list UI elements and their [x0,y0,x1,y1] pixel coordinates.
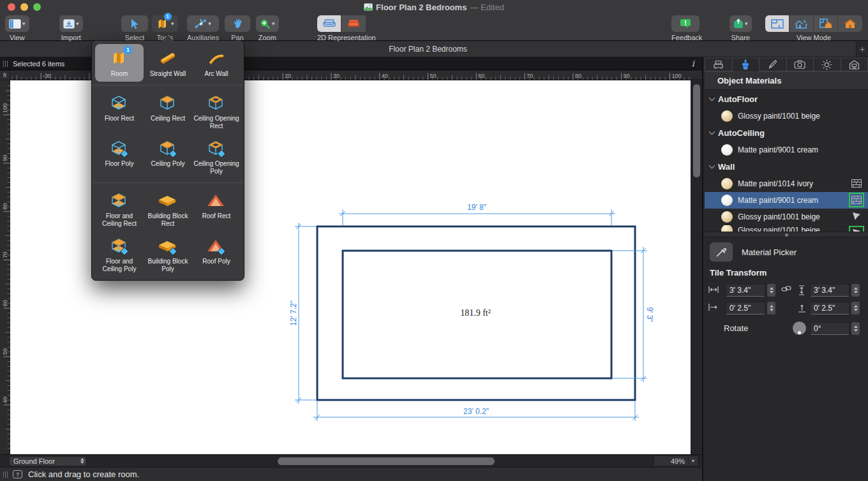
2d-plan-representation-button[interactable] [317,15,341,32]
material-row[interactable]: Matte paint/9001 cream [705,192,868,209]
corner-icon[interactable] [850,227,863,232]
roof-poly-icon [206,235,227,256]
material-group-autofloor[interactable]: AutoFloor [705,91,868,108]
feedback-button[interactable] [671,15,700,32]
group-label: AutoFloor [718,94,758,104]
tool-floor-ceiling-rect[interactable]: Floor and Ceiling Rect [95,186,144,232]
furniture-icon [713,60,724,70]
tile-width-icon [708,285,719,294]
offset-y-field[interactable]: 0' 2.5" [810,302,849,314]
material-label: Glossy paint/1001 beige [738,212,820,221]
auxiliaries-icon [195,18,207,29]
auxiliaries-button[interactable]: ▾ [187,15,219,32]
tool-roof-rect[interactable]: Roof Rect [192,186,241,232]
tab-furniture[interactable] [705,57,733,71]
svg-text:60: 60 [2,300,8,306]
material-group-wall[interactable]: Wall [705,158,868,175]
offset-x-field[interactable]: 0' 2.5" [726,302,765,314]
tool-label: Floor Poly [105,160,133,168]
tool-room[interactable]: 1Room [95,44,144,82]
view-button[interactable]: ▾ [5,15,29,32]
drag-handle-icon[interactable] [3,471,8,478]
material-row[interactable]: Glossy paint/1001 beige [705,209,868,225]
zoom-button[interactable]: ▾ [256,15,279,32]
brick-icon[interactable] [850,177,863,189]
material-label: Glossy paint/1001 beige [738,226,820,232]
corner-icon[interactable] [850,211,863,223]
pan-button[interactable] [225,15,250,32]
vertical-scrollbar[interactable] [691,80,702,454]
horizontal-scrollbar-thumb[interactable] [278,457,495,465]
rotate-knob[interactable] [793,322,806,335]
chevron-down-icon: ▾ [745,21,748,27]
tool-floor-poly[interactable]: Floor Poly [95,134,144,179]
status-bar: ? Click and drag to create room. [0,467,702,481]
window-header: Floor Plan 2 Bedrooms — Edited ▾ View ▾ … [0,0,868,41]
view-mode-3d-button[interactable] [838,15,862,32]
material-picker-button[interactable] [710,242,733,262]
house-icon [849,60,860,70]
tab-building[interactable] [841,57,868,71]
group-label: Wall [718,162,735,172]
tool-ceiling-opening-rect[interactable]: Ceiling Opening Rect [192,89,241,134]
tile-height-icon [798,285,805,295]
vertical-scrollbar-thumb[interactable] [693,84,700,177]
zoom-level-control[interactable]: 49% ▾ [654,455,698,466]
floor-selector-value: Ground Floor [13,457,55,465]
tool-ceiling-opening-poly[interactable]: Ceiling Opening Poly [192,134,241,179]
offset-x-stepper[interactable] [767,302,775,314]
tool-label: Ceiling Poly [151,160,185,168]
tool-building-block-rect[interactable]: Building Block Rect [144,186,192,232]
offset-y-stepper[interactable] [851,302,860,314]
tool-ceiling-poly[interactable]: Ceiling Poly [144,134,192,179]
tile-height-stepper[interactable] [851,284,860,297]
view-mode-elevation-button[interactable] [789,15,814,32]
brick-icon[interactable] [850,194,863,206]
help-icon[interactable]: ? [13,470,22,478]
tile-width-stepper[interactable] [767,284,775,297]
tab-materials[interactable] [733,57,760,71]
inspector-tabs [705,57,868,72]
tool-floor-ceiling-poly[interactable]: Floor and Ceiling Poly [95,232,144,277]
material-group-autoceiling[interactable]: AutoCeiling [705,124,868,142]
tool-straight-wall[interactable]: Straight Wall [144,44,192,82]
svg-text:80: 80 [2,204,8,210]
tab-light[interactable] [814,57,841,71]
tools-button[interactable]: 1 ▾ [152,15,178,32]
house-3d-icon [844,19,857,29]
view-mode-split-button[interactable] [814,15,838,32]
floor-selector-bar: Ground Floor 49% ▾ [0,454,702,467]
drag-handle-icon[interactable] [3,61,8,67]
document-title: Floor Plan 2 Bedrooms [376,3,467,12]
sofa-outline-icon [323,19,336,28]
select-button[interactable] [121,15,148,32]
edited-indicator: — Edited [470,3,504,12]
tool-building-block-poly[interactable]: Building Block Poly [144,232,192,277]
floor-selector[interactable]: Ground Floor [9,456,87,466]
chevron-down-icon: ▾ [76,21,79,27]
share-button[interactable]: ▾ [730,15,752,32]
tool-ceiling-rect[interactable]: Ceiling Rect [144,89,192,134]
2d-representation-label: 2D Representation [317,34,376,41]
material-row[interactable]: Matte paint/1014 ivory [705,175,868,192]
tool-floor-rect[interactable]: Floor Rect [95,89,144,134]
material-row[interactable]: Glossy paint/1001 beige [705,108,868,124]
tab-camera[interactable] [787,57,814,71]
rotate-field[interactable]: 0° [810,322,849,335]
tile-width-field[interactable]: 3' 3.4" [726,284,765,297]
add-tab-button[interactable]: + [857,41,868,57]
tool-roof-poly[interactable]: Roof Poly [192,232,241,277]
panel-splitter[interactable] [705,232,868,237]
furniture-representation-button[interactable] [341,15,366,32]
tile-height-field[interactable]: 3' 3.4" [810,284,849,297]
tool-arc-wall[interactable]: Arc Wall [192,44,241,82]
rotate-stepper[interactable] [851,322,860,335]
material-row[interactable]: Glossy paint/1001 beige [705,225,868,232]
tool-label: Room [111,70,128,78]
material-row[interactable]: Matte paint/9001 cream [705,142,868,158]
import-button[interactable]: ▾ [59,15,83,32]
view-mode-2d-plan-button[interactable] [765,15,789,32]
material-swatch [721,178,733,189]
tab-2d-properties[interactable] [760,57,787,71]
info-icon[interactable]: i [692,59,694,68]
